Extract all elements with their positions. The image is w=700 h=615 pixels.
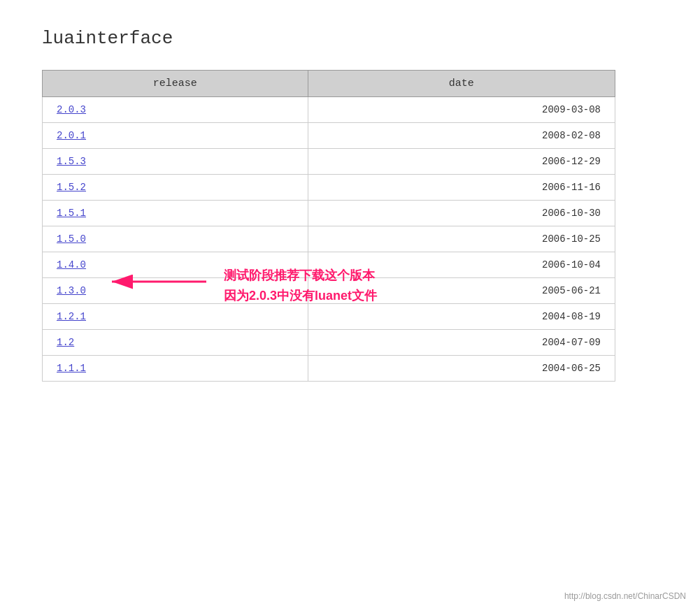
table-row: 1.1.12004-06-25 bbox=[43, 356, 615, 382]
release-cell: 2.0.3 bbox=[43, 97, 308, 123]
date-cell: 2004-07-09 bbox=[308, 330, 615, 356]
version-link[interactable]: 1.2 bbox=[57, 337, 74, 348]
release-cell: 2.0.1 bbox=[43, 123, 308, 149]
version-link[interactable]: 1.2.1 bbox=[57, 311, 86, 322]
table-row: 1.2.12004-08-19 bbox=[43, 304, 615, 330]
version-link[interactable]: 1.5.0 bbox=[57, 233, 86, 245]
date-cell: 2006-10-04 bbox=[308, 252, 615, 278]
version-link[interactable]: 1.1.1 bbox=[57, 363, 86, 374]
table-header-row: release date bbox=[43, 71, 615, 97]
release-cell: 1.2.1 bbox=[43, 304, 308, 330]
table-row: 1.5.12006-10-30 bbox=[43, 201, 615, 226]
date-cell: 2006-10-25 bbox=[308, 226, 615, 252]
date-cell: 2008-02-08 bbox=[308, 123, 615, 149]
date-cell: 2004-08-19 bbox=[308, 304, 615, 330]
release-cell: 1.3.0 bbox=[43, 278, 308, 304]
release-cell: 1.4.0 bbox=[43, 252, 308, 278]
release-cell: 1.5.1 bbox=[43, 201, 308, 226]
release-cell: 1.1.1 bbox=[43, 356, 308, 382]
release-column-header: release bbox=[43, 71, 308, 97]
version-link[interactable]: 1.4.0 bbox=[57, 259, 86, 270]
release-cell: 1.5.0 bbox=[43, 226, 308, 252]
table-row: 1.5.02006-10-25 bbox=[43, 226, 615, 252]
release-cell: 1.2 bbox=[43, 330, 308, 356]
date-cell: 2009-03-08 bbox=[308, 97, 615, 123]
date-cell: 2006-11-16 bbox=[308, 175, 615, 201]
version-link[interactable]: 1.5.2 bbox=[57, 182, 86, 193]
releases-table: release date 2.0.32009-03-082.0.12008-02… bbox=[42, 70, 615, 382]
date-cell: 2006-10-30 bbox=[308, 201, 615, 226]
release-cell: 1.5.3 bbox=[43, 149, 308, 175]
date-column-header: date bbox=[308, 71, 615, 97]
date-cell: 2006-12-29 bbox=[308, 149, 615, 175]
table-row: 1.5.32006-12-29 bbox=[43, 149, 615, 175]
version-link[interactable]: 1.5.3 bbox=[57, 156, 86, 167]
version-link[interactable]: 1.5.1 bbox=[57, 208, 86, 219]
version-link[interactable]: 2.0.1 bbox=[57, 130, 86, 141]
release-cell: 1.5.2 bbox=[43, 175, 308, 201]
version-link[interactable]: 1.3.0 bbox=[57, 285, 86, 296]
page-title: luainterface bbox=[42, 28, 658, 49]
table-row: 1.3.02005-06-21 bbox=[43, 278, 615, 304]
table-row: 2.0.32009-03-08 bbox=[43, 97, 615, 123]
page-container: luainterface release date 2.0.32009-03-0… bbox=[0, 0, 700, 410]
version-link[interactable]: 2.0.3 bbox=[57, 104, 86, 115]
table-row: 1.4.02006-10-04 bbox=[43, 252, 615, 278]
date-cell: 2004-06-25 bbox=[308, 356, 615, 382]
table-row: 1.22004-07-09 bbox=[43, 330, 615, 356]
table-row: 1.5.22006-11-16 bbox=[43, 175, 615, 201]
table-row: 2.0.12008-02-08 bbox=[43, 123, 615, 149]
watermark: http://blog.csdn.net/ChinarCSDN bbox=[564, 591, 686, 601]
date-cell: 2005-06-21 bbox=[308, 278, 615, 304]
